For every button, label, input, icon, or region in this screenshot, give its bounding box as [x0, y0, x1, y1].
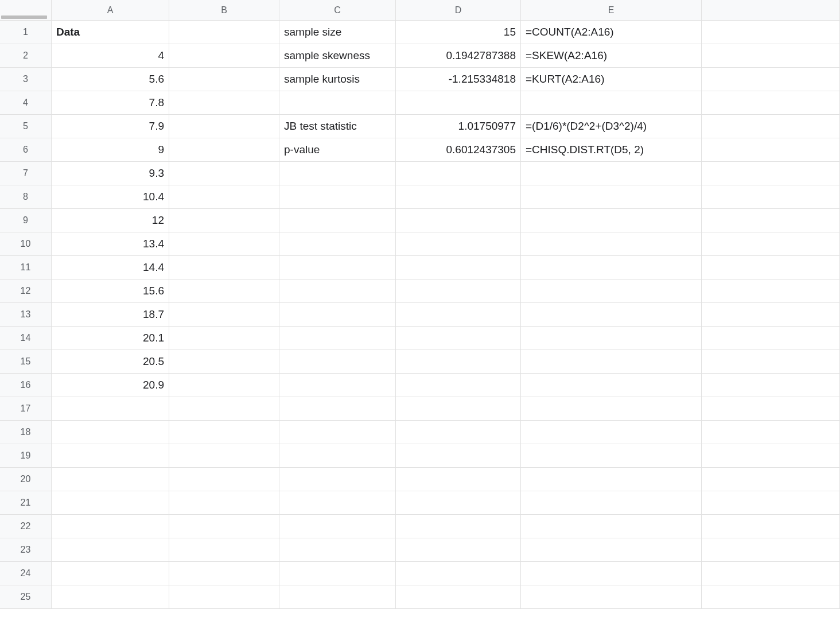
cell-a15[interactable]: 20.5 — [52, 350, 169, 374]
cell-a11[interactable]: 14.4 — [52, 256, 169, 279]
column-header-extra[interactable] — [702, 0, 840, 21]
cell-c12[interactable] — [279, 279, 396, 303]
cell-c9[interactable] — [279, 209, 396, 232]
cell-extra-9[interactable] — [702, 209, 840, 232]
cell-extra-16[interactable] — [702, 374, 840, 397]
row-header-11[interactable]: 11 — [0, 256, 52, 279]
cell-e6[interactable]: =CHISQ.DIST.RT(D5, 2) — [521, 138, 702, 162]
cell-extra-7[interactable] — [702, 162, 840, 185]
row-header-25[interactable]: 25 — [0, 585, 52, 609]
cell-b13[interactable] — [169, 303, 279, 327]
cell-c16[interactable] — [279, 374, 396, 397]
cell-extra-20[interactable] — [702, 468, 840, 491]
cell-c7[interactable] — [279, 162, 396, 185]
cell-c21[interactable] — [279, 491, 396, 515]
cell-e13[interactable] — [521, 303, 702, 327]
row-header-6[interactable]: 6 — [0, 138, 52, 162]
row-header-8[interactable]: 8 — [0, 185, 52, 209]
cell-e8[interactable] — [521, 185, 702, 209]
cell-d23[interactable] — [396, 538, 521, 562]
cell-c8[interactable] — [279, 185, 396, 209]
cell-d13[interactable] — [396, 303, 521, 327]
cell-c6[interactable]: p-value — [279, 138, 396, 162]
cell-extra-2[interactable] — [702, 44, 840, 68]
cell-a23[interactable] — [52, 538, 169, 562]
row-header-12[interactable]: 12 — [0, 279, 52, 303]
cell-d25[interactable] — [396, 585, 521, 609]
column-header-b[interactable]: B — [169, 0, 279, 21]
cell-a9[interactable]: 12 — [52, 209, 169, 232]
cell-c3[interactable]: sample kurtosis — [279, 68, 396, 91]
cell-e10[interactable] — [521, 232, 702, 256]
cell-a12[interactable]: 15.6 — [52, 279, 169, 303]
cell-extra-12[interactable] — [702, 279, 840, 303]
row-header-14[interactable]: 14 — [0, 327, 52, 350]
cell-extra-11[interactable] — [702, 256, 840, 279]
row-header-10[interactable]: 10 — [0, 232, 52, 256]
cell-d8[interactable] — [396, 185, 521, 209]
cell-extra-24[interactable] — [702, 562, 840, 585]
cell-c14[interactable] — [279, 327, 396, 350]
cell-e24[interactable] — [521, 562, 702, 585]
cell-e11[interactable] — [521, 256, 702, 279]
cell-c5[interactable]: JB test statistic — [279, 115, 396, 138]
cell-d12[interactable] — [396, 279, 521, 303]
cell-c20[interactable] — [279, 468, 396, 491]
cell-extra-23[interactable] — [702, 538, 840, 562]
row-header-1[interactable]: 1 — [0, 21, 52, 44]
cell-a6[interactable]: 9 — [52, 138, 169, 162]
column-header-d[interactable]: D — [396, 0, 521, 21]
cell-extra-8[interactable] — [702, 185, 840, 209]
cell-c13[interactable] — [279, 303, 396, 327]
cell-extra-21[interactable] — [702, 491, 840, 515]
cell-d14[interactable] — [396, 327, 521, 350]
cell-c17[interactable] — [279, 397, 396, 421]
cell-b15[interactable] — [169, 350, 279, 374]
column-header-c[interactable]: C — [279, 0, 396, 21]
cell-d2[interactable]: 0.1942787388 — [396, 44, 521, 68]
cell-e19[interactable] — [521, 444, 702, 468]
row-header-21[interactable]: 21 — [0, 491, 52, 515]
cell-e23[interactable] — [521, 538, 702, 562]
cell-e25[interactable] — [521, 585, 702, 609]
cell-d5[interactable]: 1.01750977 — [396, 115, 521, 138]
cell-extra-22[interactable] — [702, 515, 840, 538]
cell-e12[interactable] — [521, 279, 702, 303]
cell-e18[interactable] — [521, 421, 702, 444]
cell-a1[interactable]: Data — [52, 21, 169, 44]
cell-b4[interactable] — [169, 91, 279, 115]
cell-a19[interactable] — [52, 444, 169, 468]
cell-d16[interactable] — [396, 374, 521, 397]
cell-c2[interactable]: sample skewness — [279, 44, 396, 68]
cell-b3[interactable] — [169, 68, 279, 91]
cell-b7[interactable] — [169, 162, 279, 185]
cell-a3[interactable]: 5.6 — [52, 68, 169, 91]
cell-d15[interactable] — [396, 350, 521, 374]
row-header-13[interactable]: 13 — [0, 303, 52, 327]
row-header-5[interactable]: 5 — [0, 115, 52, 138]
cell-e16[interactable] — [521, 374, 702, 397]
cell-e4[interactable] — [521, 91, 702, 115]
cell-b19[interactable] — [169, 444, 279, 468]
cell-b10[interactable] — [169, 232, 279, 256]
row-header-24[interactable]: 24 — [0, 562, 52, 585]
cell-d18[interactable] — [396, 421, 521, 444]
cell-d9[interactable] — [396, 209, 521, 232]
cell-c22[interactable] — [279, 515, 396, 538]
cell-c24[interactable] — [279, 562, 396, 585]
cell-b24[interactable] — [169, 562, 279, 585]
cell-a4[interactable]: 7.8 — [52, 91, 169, 115]
cell-d22[interactable] — [396, 515, 521, 538]
cell-b22[interactable] — [169, 515, 279, 538]
cell-b8[interactable] — [169, 185, 279, 209]
cell-extra-4[interactable] — [702, 91, 840, 115]
cell-d3[interactable]: -1.215334818 — [396, 68, 521, 91]
cell-d20[interactable] — [396, 468, 521, 491]
cell-b11[interactable] — [169, 256, 279, 279]
cell-b6[interactable] — [169, 138, 279, 162]
cell-b21[interactable] — [169, 491, 279, 515]
cell-b18[interactable] — [169, 421, 279, 444]
cell-extra-15[interactable] — [702, 350, 840, 374]
cell-a5[interactable]: 7.9 — [52, 115, 169, 138]
cell-extra-5[interactable] — [702, 115, 840, 138]
